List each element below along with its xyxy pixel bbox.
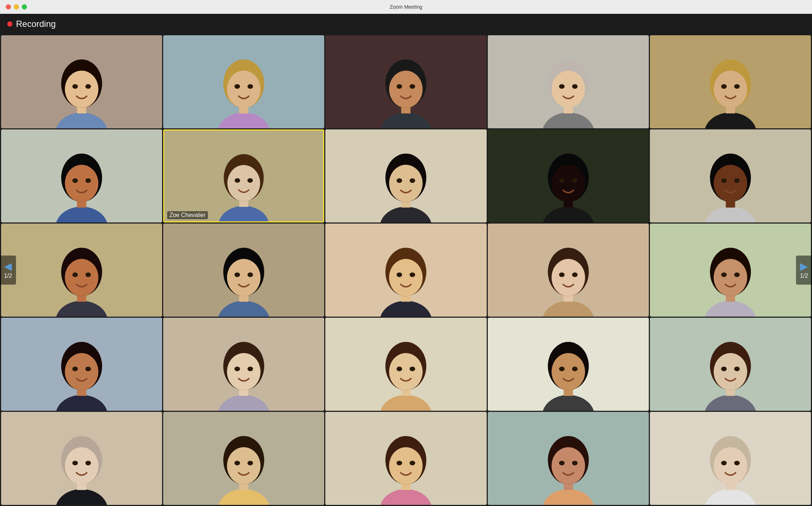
svg-point-106 [56,395,108,411]
video-tile[interactable] [650,412,811,505]
svg-point-18 [389,71,423,108]
svg-point-88 [389,259,423,296]
svg-rect-51 [401,196,411,208]
svg-point-104 [734,272,740,277]
video-tile[interactable] [488,129,649,222]
svg-point-116 [227,353,261,390]
video-tile[interactable] [488,224,649,317]
svg-point-19 [397,84,402,89]
svg-point-109 [65,353,99,390]
video-tile[interactable] [1,224,162,317]
video-tile[interactable] [325,129,486,222]
svg-rect-16 [401,102,411,113]
video-tile[interactable] [650,129,811,222]
left-page-label: 1/2 [4,273,12,279]
svg-point-74 [65,259,99,296]
svg-point-85 [380,301,432,317]
svg-point-117 [234,366,240,371]
video-tile[interactable]: Zoe Chevalier [163,129,324,222]
video-tile[interactable] [325,224,486,317]
video-tile[interactable] [1,35,162,128]
svg-point-66 [710,154,751,202]
svg-point-45 [224,154,264,201]
svg-rect-30 [726,102,735,113]
video-tile[interactable] [650,35,811,128]
video-tile[interactable] [325,318,486,411]
svg-point-6 [85,84,91,89]
svg-point-137 [713,353,747,390]
video-tile[interactable] [488,412,649,505]
svg-point-61 [559,178,564,183]
svg-point-12 [234,84,240,89]
svg-point-64 [704,206,756,222]
video-tile[interactable] [325,35,486,128]
video-tile[interactable] [1,129,162,222]
svg-point-33 [721,84,727,89]
svg-point-146 [85,461,91,465]
svg-point-5 [72,84,78,89]
svg-rect-23 [563,102,573,113]
svg-point-115 [223,342,264,390]
svg-point-139 [734,366,740,371]
svg-point-78 [218,301,270,317]
svg-point-10 [223,60,264,108]
prev-page-button[interactable]: ◀ 1/2 [0,256,16,285]
video-tile[interactable] [650,224,811,317]
svg-point-120 [380,395,432,411]
video-tile[interactable] [163,35,324,128]
svg-point-129 [548,342,589,390]
svg-rect-37 [77,196,87,208]
maximize-button[interactable] [22,4,27,9]
svg-point-152 [234,461,240,465]
svg-point-29 [704,112,756,128]
video-tile[interactable] [650,318,811,411]
svg-rect-21 [522,35,615,128]
svg-point-108 [61,342,102,390]
video-tile[interactable] [325,412,486,505]
svg-point-47 [235,178,240,183]
svg-point-143 [61,436,102,485]
svg-rect-72 [77,290,87,302]
close-button[interactable] [6,4,11,9]
svg-point-87 [386,248,427,296]
video-tile[interactable] [1,318,162,411]
right-page-label: 1/2 [800,273,808,279]
svg-rect-135 [726,385,735,396]
svg-point-73 [61,248,102,296]
svg-point-48 [248,178,253,183]
svg-point-145 [72,461,78,465]
svg-point-25 [551,71,585,108]
next-page-button[interactable]: ▶ 1/2 [796,256,812,285]
svg-rect-7 [197,35,290,128]
svg-point-148 [218,489,270,505]
svg-point-171 [710,436,751,485]
svg-rect-93 [563,290,573,302]
svg-point-36 [56,206,108,222]
svg-point-153 [248,461,253,465]
video-tile[interactable] [488,35,649,128]
svg-rect-44 [239,196,248,207]
svg-point-151 [227,447,261,484]
svg-point-131 [559,366,564,371]
svg-point-11 [227,71,261,108]
svg-point-99 [704,301,756,317]
svg-point-101 [710,248,751,296]
video-tile[interactable] [163,412,324,505]
svg-point-80 [223,248,264,296]
video-tile[interactable] [1,412,162,505]
svg-rect-156 [401,479,411,490]
svg-point-134 [704,395,756,411]
svg-point-110 [72,366,78,371]
video-tile[interactable] [163,318,324,411]
svg-rect-70 [35,224,128,317]
svg-point-159 [397,461,402,465]
svg-point-83 [248,272,253,277]
video-tile[interactable] [163,224,324,317]
video-tile[interactable] [488,318,649,411]
recording-label: Recording [16,19,56,29]
svg-rect-9 [239,102,249,113]
svg-point-60 [551,165,585,202]
minimize-button[interactable] [14,4,19,9]
svg-point-173 [721,461,727,465]
svg-point-162 [542,489,594,505]
